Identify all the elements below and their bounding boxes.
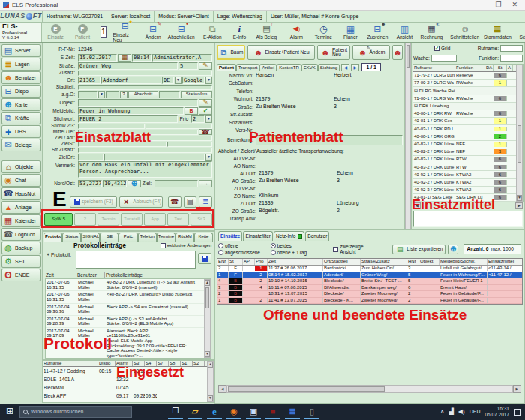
einsaetze-hscrollbar[interactable]: ◀ ▶ [218, 385, 521, 393]
taskbar-app-icon[interactable] [229, 406, 239, 416]
field-value2[interactable]: Herbert [334, 72, 403, 78]
funktion-filter-input[interactable] [500, 55, 523, 62]
close-icon[interactable]: ✕ [512, 2, 518, 9]
prio-field[interactable]: 2 [191, 116, 205, 123]
column-header[interactable]: S7 [157, 361, 169, 366]
land-field[interactable]: DE [162, 76, 174, 84]
bemerkung-field[interactable] [256, 135, 403, 146]
taskbar-app-icon[interactable] [307, 406, 317, 416]
column-header[interactable]: Rufname [43, 361, 98, 366]
einsatzmittel-bottom-field[interactable] [413, 211, 523, 227]
column-header[interactable]: S8 [169, 361, 181, 366]
sidebar-item[interactable]: Kräfte [2, 112, 40, 124]
column-header[interactable]: Protokolleinträge [105, 272, 212, 278]
zielort-dropdown-icon[interactable] [206, 154, 212, 161]
patient-aendern-button[interactable]: Ändern [352, 45, 390, 60]
einsatzmittel-row[interactable]: ⊟ DRK Lüneburg [413, 103, 516, 110]
column-header[interactable]: Funktion [455, 65, 485, 70]
ago-dropdown-icon[interactable] [98, 91, 105, 98]
toolbar-button[interactable]: Schnittstellen [448, 22, 482, 42]
baum-button[interactable]: Baum [217, 45, 245, 60]
eingesetzt-row[interactable]: Bleck APP 09:17 09:28 09:36 [43, 392, 207, 400]
einsatz-row[interactable]: 4 B 2 19:10 # 14.10.2015 Bleckede/ Breit… [218, 278, 522, 285]
einsatz-row[interactable]: 2 F 1 11:37 # 26.06.2017 Bardowick/ Zum … [218, 266, 522, 272]
web-button[interactable] [448, 244, 459, 254]
protokoll-tab[interactable]: Protokoll [44, 232, 62, 242]
einsatz-counter-field[interactable]: 1 [100, 26, 106, 38]
print-button[interactable] [184, 196, 197, 208]
column-header[interactable]: Meldebild/Stichw. [440, 259, 488, 265]
abschnitt-button[interactable]: Abschnitt [128, 91, 158, 98]
column-header[interactable]: HNr [407, 259, 419, 265]
strzusatz-field[interactable] [78, 148, 212, 153]
column-header[interactable]: St [494, 65, 507, 70]
protokoll-tab[interactable]: Kette [194, 232, 213, 242]
station-button[interactable]: Station/km [181, 91, 212, 98]
einsatzmittel-row[interactable]: 40-08-1 / DRK ORG 2 [413, 134, 516, 141]
exclusive-checkbox[interactable] [160, 243, 166, 248]
taskbar-app-icon[interactable] [287, 406, 298, 416]
field-value2[interactable]: Echem [334, 96, 403, 102]
eingesetzt-row[interactable]: 11-47-12 / Godding 08:15 08:15 [43, 367, 207, 375]
document-button[interactable] [199, 196, 212, 208]
vermerk-field[interactable]: Vor dem Haus ein Unfall mit eingeklemmte… [78, 161, 212, 178]
etime-field[interactable]: 08:14 [132, 54, 152, 62]
sidebar-item[interactable]: Anlage [2, 201, 40, 214]
toolbar-button[interactable]: Planer [337, 22, 364, 42]
toolbar-button[interactable]: Stammdaten [482, 22, 514, 42]
patient-neu-button[interactable]: Patient Neu [317, 45, 350, 60]
toolbar-button[interactable]: E-Aktion [199, 22, 226, 42]
edate-field[interactable]: 15.02.2017 [78, 54, 117, 62]
protokoll-tab[interactable]: Telefon [138, 232, 157, 242]
patient-tab[interactable]: KostenTR [277, 64, 302, 71]
einsatzmittel-row[interactable]: 71-79-2 / DLRG Lün Reserve 6 [413, 72, 516, 80]
sidebar-item[interactable]: Server [2, 44, 40, 57]
einsatz-row[interactable]: 3 B 4 16:11 # 07.08.2015 Bl/Altwendis. B… [218, 285, 522, 292]
protokoll-entry-row[interactable]: 2017-07-04 09:28:39 Michael Müller Bleck… [46, 316, 204, 328]
export-button[interactable]: Liste exportieren [392, 244, 446, 254]
zielst-field2[interactable] [167, 142, 212, 147]
start-button[interactable]: ⊞ [0, 404, 20, 420]
column-header[interactable]: St [229, 259, 243, 265]
einsaetze-tab[interactable]: Netz-Info [274, 231, 304, 241]
field-value1[interactable]: 21339 [259, 200, 337, 206]
edit-icon[interactable] [200, 61, 211, 70]
tray-expand-icon[interactable]: ∧ [440, 409, 445, 416]
quick-action-button[interactable]: 2 [74, 213, 96, 226]
einsatzmittel-row[interactable]: 40-92-3 / DRK Lüne KTWA2 6 [413, 187, 516, 194]
einsatzmittel-scrollbar[interactable]: ▼ [516, 64, 523, 202]
patient-action-button[interactable] [392, 45, 403, 60]
protokoll-entry-row[interactable]: 2017-07-04 09:36:36 Michael Müller Bleck… [46, 304, 204, 316]
einsatzmittel-row[interactable]: 40-00-1 / DRK RW RWache 6 [413, 110, 516, 118]
taskbar-app-icon[interactable] [209, 406, 220, 416]
ago-field[interactable] [78, 91, 98, 98]
clock[interactable]: 16:31 06.07.2017 [484, 406, 509, 418]
taskbar-app-icon[interactable] [190, 406, 200, 416]
toolbar-button[interactable]: Abschließen [166, 22, 196, 42]
question-button[interactable]: ? [120, 91, 128, 98]
column-header[interactable]: ENr [218, 259, 229, 265]
einsatz-row[interactable]: 2 B 18:31 # 13.07.2015 Bleckede/ Zweiter… [218, 291, 522, 298]
protokoll-tab[interactable]: SE [100, 232, 118, 242]
taskbar-app-icon[interactable] [170, 406, 181, 416]
ziel-field[interactable] [78, 136, 212, 141]
quick-action-button[interactable]: Taxi [167, 213, 189, 226]
column-header[interactable]: S2 [193, 361, 205, 366]
field-value1[interactable]: 21379 [259, 170, 337, 176]
rufname-filter-input[interactable] [500, 45, 523, 52]
quick-action-button[interactable]: App [144, 213, 166, 226]
einsatz-patient-neu-button[interactable]: Einsatz+Patient Neu [248, 45, 315, 60]
stichw23-field[interactable] [78, 124, 145, 129]
zusatz-field[interactable] [78, 70, 212, 76]
sidebar-item[interactable]: Dispo [2, 85, 40, 98]
protokoll-tab[interactable]: SIGNALE [81, 232, 100, 242]
goto-icon[interactable] [200, 179, 211, 189]
sidebar-item[interactable]: Kalender [2, 214, 40, 227]
column-header[interactable]: Objekt [419, 259, 440, 265]
taskbar-app-icon[interactable] [268, 406, 278, 416]
column-header[interactable]: Prio [255, 259, 268, 265]
quick-action-button[interactable]: Termin [98, 213, 119, 226]
ort-field[interactable]: Adendorf [101, 76, 161, 84]
maximize-icon[interactable]: ❐ [495, 2, 501, 9]
notification-icon[interactable] [514, 409, 520, 416]
